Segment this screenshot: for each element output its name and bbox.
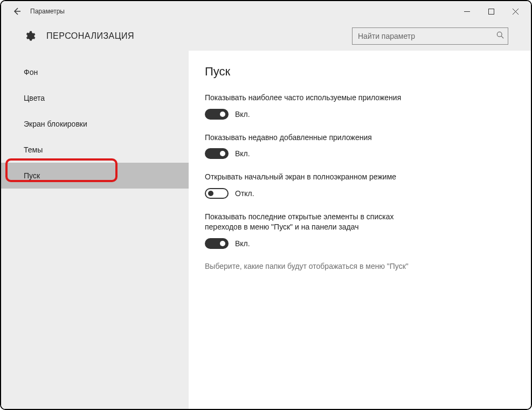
arrow-left-icon bbox=[12, 7, 21, 16]
gear-icon bbox=[24, 30, 36, 42]
toggle-switch[interactable] bbox=[205, 109, 229, 120]
minimize-icon bbox=[464, 9, 470, 15]
back-button[interactable] bbox=[9, 3, 25, 19]
sidebar-item-label: Фон bbox=[24, 68, 38, 77]
toggle-switch[interactable] bbox=[205, 238, 229, 249]
sidebar-item-label: Цвета bbox=[24, 94, 45, 102]
toggle-row: Вкл. bbox=[205, 238, 508, 249]
body: Фон Цвета Экран блокировки Темы Пуск Пус… bbox=[1, 51, 531, 409]
toggle-row: Откл. bbox=[205, 188, 508, 199]
header: ПЕРСОНАЛИЗАЦИЯ bbox=[1, 22, 531, 51]
sidebar-item-label: Темы bbox=[24, 145, 43, 154]
window-controls bbox=[455, 3, 528, 19]
toggle-row: Вкл. bbox=[205, 148, 508, 159]
toggle-row: Вкл. bbox=[205, 109, 508, 120]
toggle-state: Откл. bbox=[235, 189, 254, 198]
maximize-button[interactable] bbox=[479, 3, 503, 19]
search-input[interactable] bbox=[352, 27, 508, 45]
toggle-state: Вкл. bbox=[235, 239, 250, 248]
sidebar-item-label: Пуск bbox=[24, 171, 40, 180]
close-icon bbox=[513, 9, 519, 15]
setting-recently-added: Показывать недавно добавленные приложени… bbox=[205, 133, 508, 159]
sidebar-item-colors[interactable]: Цвета bbox=[1, 85, 189, 111]
titlebar: Параметры bbox=[1, 1, 531, 22]
content: Пуск Показывать наиболее часто используе… bbox=[189, 51, 531, 409]
sidebar-item-lockscreen[interactable]: Экран блокировки bbox=[1, 111, 189, 137]
section-title: ПЕРСОНАЛИЗАЦИЯ bbox=[46, 31, 134, 41]
sidebar-item-start[interactable]: Пуск bbox=[1, 163, 189, 189]
maximize-icon bbox=[488, 9, 494, 15]
sidebar: Фон Цвета Экран блокировки Темы Пуск bbox=[1, 51, 189, 409]
setting-most-used-apps: Показывать наиболее часто используемые п… bbox=[205, 93, 508, 120]
setting-label: Открывать начальный экран в полноэкранно… bbox=[205, 172, 431, 183]
choose-folders-link[interactable]: Выберите, какие папки будут отображаться… bbox=[205, 262, 508, 270]
sidebar-item-themes[interactable]: Темы bbox=[1, 137, 189, 163]
toggle-state: Вкл. bbox=[235, 149, 250, 158]
setting-label: Показывать последние открытые элементы в… bbox=[205, 212, 431, 233]
sidebar-item-label: Экран блокировки bbox=[24, 120, 87, 128]
page-heading: Пуск bbox=[205, 65, 508, 79]
sidebar-item-background[interactable]: Фон bbox=[1, 59, 189, 85]
window-title: Параметры bbox=[30, 8, 65, 15]
settings-window: Параметры ПЕРСОНАЛИЗАЦИЯ Фон bbox=[0, 0, 532, 410]
setting-label: Показывать недавно добавленные приложени… bbox=[205, 133, 431, 143]
minimize-button[interactable] bbox=[455, 3, 479, 19]
setting-jumplist-recent: Показывать последние открытые элементы в… bbox=[205, 212, 508, 249]
search-wrap bbox=[352, 27, 508, 45]
setting-fullscreen-start: Открывать начальный экран в полноэкранно… bbox=[205, 172, 508, 199]
setting-label: Показывать наиболее часто используемые п… bbox=[205, 93, 431, 103]
close-button[interactable] bbox=[503, 3, 528, 19]
toggle-switch[interactable] bbox=[205, 188, 229, 199]
svg-rect-0 bbox=[489, 9, 494, 14]
toggle-switch[interactable] bbox=[205, 148, 229, 159]
toggle-state: Вкл. bbox=[235, 110, 250, 119]
